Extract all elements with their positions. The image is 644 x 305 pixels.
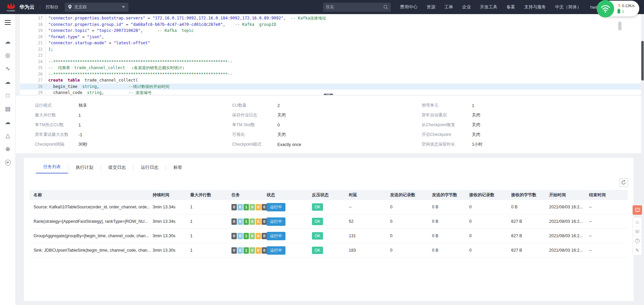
config-label: 可视化 (232, 132, 277, 138)
support-hotline-button[interactable]: ☏ (633, 227, 642, 236)
token: trade_channel_collect( (80, 78, 138, 83)
line-number: 24 (16, 59, 46, 65)
help-button[interactable]: ? (633, 236, 642, 246)
mobile-device-icon[interactable]: □ (5, 89, 11, 102)
cell-parallelism: 1 (190, 205, 231, 209)
refresh-button[interactable] (619, 178, 628, 187)
section-gap (16, 153, 641, 158)
config-label: 空闲状态保留时长 (422, 142, 472, 147)
tab-0[interactable]: 任务列表 (36, 164, 68, 173)
config-row: CU数量2 (232, 101, 422, 110)
wifi-icon (600, 4, 610, 13)
config-value: Exactly once (277, 142, 301, 147)
tab-4[interactable]: 标签 (166, 164, 190, 173)
smile-feedback-button[interactable]: ☺ (633, 217, 642, 227)
console-link[interactable]: 控制台 (46, 4, 59, 10)
table-row-1: Rank(strategy=[AppendFastStrategy], rank… (30, 214, 628, 229)
job-config-panel: 运行模式独享最大并行数1单TM所占CU数1异常重试最大次数-1Checkpoin… (16, 95, 641, 153)
cell-sent_bytes: 0 B (432, 248, 469, 253)
token: , (141, 28, 143, 33)
code-text: ); (46, 46, 53, 53)
circles-cluster-icon[interactable]: ◎ (5, 49, 11, 62)
globe-icon[interactable]: ⊕ (5, 143, 11, 156)
nav-menu-item-1[interactable]: 资源 (427, 4, 435, 10)
nav-menu-item-3[interactable]: 企业 (462, 4, 471, 10)
task-state-badge-4: 0 (256, 218, 261, 225)
search-input[interactable] (326, 5, 383, 9)
prism-icon[interactable]: △ (5, 129, 11, 143)
nav-menu-item-4[interactable]: 开发工具 (480, 4, 497, 10)
config-label: 运行模式 (35, 103, 78, 108)
task-state-badge-3: 0 (250, 204, 255, 210)
backpressure-badge: OK (312, 232, 323, 240)
region-selector[interactable]: 北京四 (65, 3, 128, 12)
network-speed: 0.12K/s (622, 4, 635, 8)
search-icon[interactable] (383, 5, 388, 9)
document-stack-icon[interactable]: ▤ (5, 102, 11, 116)
code-line-19: 19"connector.topic" = "topic-2007310628"… (16, 28, 641, 34)
nav-menu-item-7[interactable]: 中文（简体） (555, 4, 581, 10)
cell-sent_records: 0 (390, 205, 432, 209)
cloud-server-icon[interactable]: ☁ (5, 35, 11, 49)
cell-parallelism: 1 (190, 248, 231, 253)
tab-2[interactable]: 提交日志 (101, 164, 133, 173)
cell-delay: 183 (349, 248, 390, 253)
config-value: 关闭 (277, 112, 286, 118)
task-state-badge-1: 0 (237, 204, 243, 210)
search-box[interactable] (323, 3, 391, 12)
config-label: 异常自动重启 (422, 112, 472, 118)
column-header: 状态 (267, 192, 312, 198)
token: "172.16.0.171:9092,172.16.0.184:9092,172… (153, 16, 283, 20)
config-value: 1小时 (472, 142, 483, 147)
task-state-badge-0: 0 (231, 204, 237, 210)
ip-circle-icon[interactable]: IP (5, 156, 11, 169)
nav-menu-item-2[interactable]: 工单 (444, 4, 453, 10)
brand-title[interactable]: 华为云 (19, 4, 35, 10)
cell-status: 运行中 (267, 232, 312, 240)
cell-end_time: -- (589, 248, 628, 253)
editor-margin (16, 14, 20, 95)
task-state-badge-3: 0 (250, 233, 255, 239)
config-value: 关闭 (472, 132, 480, 138)
cell-name: Sink: JDBCUpsertTableSink(begin_time, ch… (30, 248, 153, 253)
waves-icon[interactable]: ∿ (5, 62, 11, 75)
cell-recv_bytes: 627 B (511, 248, 549, 253)
token: "json" (87, 35, 102, 39)
task-state-badge-4: 0 (256, 233, 261, 239)
page-scrollbar-thumb[interactable] (641, 41, 644, 81)
config-row: Checkpoint模式Exactly once (232, 140, 422, 149)
task-state-badge-4: 0 (256, 247, 261, 254)
config-label: Checkpoint间隔 (35, 142, 78, 147)
tab-1[interactable]: 执行计划 (68, 164, 101, 173)
network-monitor-overlay[interactable]: ⇅ 0.12K/s 1 (597, 1, 639, 16)
cloud-service-icon[interactable]: ☁ (5, 75, 11, 89)
config-row: 可视化关闭 (232, 130, 422, 140)
tab-3[interactable]: 运行日志 (133, 164, 166, 173)
config-value: 30秒 (78, 142, 87, 147)
config-value: 2 (277, 103, 280, 108)
config-row: 保存作业日志关闭 (232, 110, 422, 120)
nav-menu-item-6[interactable]: 支持与服务 (524, 4, 546, 10)
sql-editor[interactable]: 17"connector.properties.bootstrap.server… (16, 14, 641, 95)
cloud-dial-icon[interactable]: ☁ (5, 116, 11, 129)
editor-scrollbar-thumb[interactable] (618, 21, 622, 31)
nav-menu-item-0[interactable]: 费用中心 (400, 4, 418, 10)
column-header: 接收的记录数 (469, 192, 511, 198)
cell-backpressure: OK (312, 218, 349, 225)
column-header: 时延 (349, 192, 390, 198)
updown-arrows-icon: ⇅ (618, 3, 621, 8)
column-header: 发送的记录数 (390, 192, 432, 198)
feedback-chat-button[interactable] (633, 205, 642, 215)
nav-menu: 费用中心资源工单企业开发工具备案支持与服务中文（简体） (400, 4, 581, 10)
line-number: 28 (16, 84, 46, 90)
task-state-badge-2: 1 (244, 233, 249, 239)
task-state-badge-4: 0 (256, 204, 261, 210)
nav-menu-item-5[interactable]: 备案 (506, 4, 515, 10)
code-text: "connector.properties.group.id" = "da68a… (46, 21, 276, 28)
line-number: 29 (16, 90, 46, 95)
huawei-logo-icon[interactable]: HUAWEI (5, 1, 17, 13)
token: --统计数据的开始时间 (99, 84, 169, 89)
survey-button[interactable]: ✎ (633, 246, 642, 255)
code-text: begin_time string, --统计数据的开始时间 (46, 84, 169, 90)
menu-toggle-icon[interactable] (5, 19, 11, 26)
